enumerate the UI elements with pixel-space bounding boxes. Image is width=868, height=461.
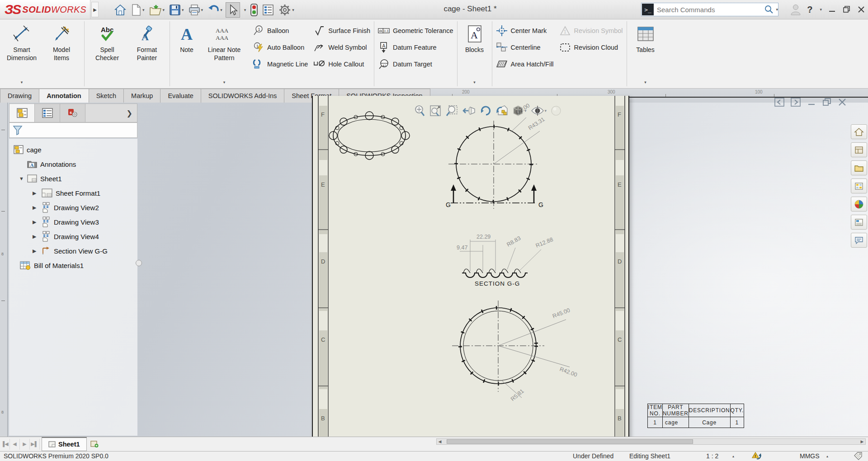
hole-callout-button[interactable]: Hole Callout bbox=[311, 56, 373, 72]
linear-note-pattern-dropdown[interactable]: ▾ bbox=[223, 80, 226, 85]
tree-filter-box[interactable] bbox=[9, 122, 137, 138]
restore-button[interactable] bbox=[843, 5, 851, 14]
tree-item-drawing-view4[interactable]: ▶ Drawing View4 bbox=[9, 229, 137, 244]
tables-button[interactable]: Tables ▾ bbox=[630, 20, 661, 87]
save-button[interactable]: ▾ bbox=[168, 2, 185, 18]
help-button[interactable]: ? bbox=[807, 5, 812, 15]
section-view-gg[interactable]: 22.29 9.47 R8.83 R12.88 SECTION G-G bbox=[457, 234, 554, 287]
weld-symbol-button[interactable]: Weld Symbol bbox=[311, 39, 373, 56]
next-window-icon[interactable] bbox=[790, 97, 801, 107]
revision-symbol-button[interactable]: 1 Revision Symbol bbox=[557, 22, 626, 39]
scrollbar-thumb[interactable] bbox=[447, 439, 693, 444]
custom-properties-button[interactable] bbox=[851, 233, 867, 248]
drawing-sheet[interactable]: F E D C B F E D C B bbox=[312, 96, 629, 443]
search-commands-box[interactable]: >_ ▾ bbox=[641, 3, 778, 16]
auto-balloon-button[interactable]: 1 Auto Balloon bbox=[250, 39, 311, 56]
home-tab-button[interactable] bbox=[851, 124, 867, 139]
open-button[interactable]: ▾ bbox=[148, 2, 166, 18]
settings-button[interactable]: ▾ bbox=[277, 2, 296, 18]
logo-flyout-button[interactable]: ▶ bbox=[91, 2, 99, 17]
rebuild-warning-icon[interactable]: ! bbox=[751, 452, 761, 461]
tab-property-manager[interactable] bbox=[35, 104, 60, 122]
add-sheet-button[interactable] bbox=[87, 438, 102, 451]
help-dropdown[interactable]: ▾ bbox=[820, 7, 822, 12]
print-dropdown[interactable]: ▾ bbox=[201, 8, 203, 12]
bom-data-row[interactable]: 1 cage Cage 1 bbox=[648, 417, 744, 428]
document-minimize-icon[interactable] bbox=[807, 97, 816, 107]
tab-annotation[interactable]: Annotation bbox=[39, 89, 89, 103]
expand-arrow-icon[interactable]: ▶ bbox=[33, 219, 36, 225]
model-items-button[interactable]: ModelItems bbox=[42, 20, 81, 87]
expand-arrow-icon[interactable]: ▶ bbox=[33, 248, 36, 254]
tree-item-cage-root[interactable]: cage bbox=[9, 142, 137, 157]
zoom-in-out-button[interactable] bbox=[414, 105, 425, 117]
open-dropdown[interactable]: ▾ bbox=[163, 8, 165, 12]
search-input[interactable] bbox=[654, 6, 764, 14]
zoom-to-fit-button[interactable] bbox=[429, 105, 441, 117]
file-explorer-button[interactable] bbox=[851, 179, 867, 193]
collapse-arrow-icon[interactable]: ▼ bbox=[19, 176, 24, 181]
datum-feature-button[interactable]: A Datum Feature bbox=[375, 39, 456, 56]
previous-sheet-button[interactable]: ◀ bbox=[10, 439, 20, 450]
tree-item-annotations[interactable]: A Annotations bbox=[9, 157, 137, 171]
previous-window-icon[interactable] bbox=[774, 97, 785, 107]
first-sheet-button[interactable]: ▐◀ bbox=[0, 439, 10, 450]
revision-cloud-button[interactable]: Revision Cloud bbox=[557, 39, 626, 56]
appearances-button[interactable] bbox=[851, 197, 867, 212]
area-hatch-fill-button[interactable]: Area Hatch/Fill bbox=[493, 56, 557, 72]
document-close-icon[interactable] bbox=[837, 97, 847, 107]
search-icon[interactable] bbox=[764, 5, 774, 14]
hide-show-dropdown[interactable]: ▾ bbox=[545, 108, 547, 113]
smart-dimension-dropdown[interactable]: ▾ bbox=[21, 80, 23, 85]
design-library-button[interactable] bbox=[851, 160, 867, 175]
minimize-button[interactable] bbox=[828, 5, 836, 14]
edit-appearance-button[interactable] bbox=[551, 105, 561, 116]
centerline-button[interactable]: Centerline bbox=[493, 39, 557, 56]
close-button[interactable] bbox=[857, 5, 865, 14]
select-dropdown[interactable]: ▾ bbox=[242, 2, 248, 18]
smart-dimension-button[interactable]: SmartDimension ▾ bbox=[2, 20, 42, 87]
display-style-dropdown[interactable]: ▾ bbox=[524, 108, 527, 113]
blocks-button[interactable]: A Blocks ▾ bbox=[460, 20, 489, 87]
surface-finish-button[interactable]: Surface Finish bbox=[311, 22, 373, 39]
document-restore-icon[interactable] bbox=[822, 97, 832, 107]
select-tool-button[interactable] bbox=[226, 2, 240, 18]
format-painter-button[interactable]: A FormatPainter bbox=[127, 20, 167, 87]
settings-dropdown[interactable]: ▾ bbox=[292, 8, 294, 12]
bill-of-materials-table[interactable]: ITEM NO. PART NUMBER DESCRIPTION QTY. 1 … bbox=[647, 404, 744, 428]
center-mark-button[interactable]: Center Mark bbox=[493, 22, 557, 39]
view-palette-button[interactable] bbox=[851, 215, 867, 230]
section-line-gg[interactable]: G G bbox=[446, 184, 543, 208]
last-sheet-button[interactable]: ▶▌ bbox=[30, 439, 40, 450]
units-setting[interactable]: MMGS bbox=[800, 452, 820, 460]
sheet-scale[interactable]: 1 : 2 bbox=[706, 452, 718, 460]
panel-expand-chevron[interactable]: ❯ bbox=[127, 109, 132, 118]
rotate-view-button[interactable] bbox=[480, 105, 491, 117]
tables-dropdown[interactable]: ▾ bbox=[644, 80, 646, 85]
sheet1-tab[interactable]: Sheet1 bbox=[42, 437, 87, 451]
undo-dropdown[interactable]: ▾ bbox=[220, 8, 222, 12]
expand-arrow-icon[interactable]: ▶ bbox=[33, 234, 36, 240]
units-dropdown[interactable]: ▴ bbox=[826, 454, 828, 458]
home-button[interactable] bbox=[113, 2, 127, 18]
expand-arrow-icon[interactable]: ▶ bbox=[33, 190, 36, 196]
user-account-icon[interactable] bbox=[791, 4, 801, 15]
tree-item-sheet1[interactable]: ▼ Sheet1 bbox=[9, 171, 137, 186]
note-button[interactable]: A Note bbox=[173, 20, 201, 87]
tab-drawing[interactable]: Drawing bbox=[0, 89, 39, 103]
scroll-left-arrow[interactable]: ◀ bbox=[437, 439, 443, 444]
scale-dropdown[interactable]: ▴ bbox=[732, 454, 734, 458]
new-document-dropdown[interactable]: ▾ bbox=[142, 8, 145, 12]
tree-item-drawing-view3[interactable]: ▶ Drawing View3 bbox=[9, 215, 137, 229]
scroll-right-arrow[interactable]: ▶ bbox=[859, 439, 865, 444]
tree-item-bill-of-materials1[interactable]: Bill of Materials1 bbox=[9, 258, 137, 273]
solidworks-resources-button[interactable] bbox=[851, 142, 867, 157]
geometric-tolerance-button[interactable]: 0.3 Geometric Tolerance bbox=[375, 22, 456, 39]
blocks-dropdown[interactable]: ▾ bbox=[473, 80, 476, 85]
tab-featuremanager-tree[interactable] bbox=[9, 104, 35, 122]
tab-markup[interactable]: Markup bbox=[123, 89, 160, 103]
search-dropdown[interactable]: ▾ bbox=[776, 7, 778, 12]
tab-inspection-manager[interactable]: s bbox=[60, 104, 85, 122]
drawing-view3-front[interactable]: Ø2.00 R43.31 G G bbox=[446, 102, 546, 209]
expand-arrow-icon[interactable]: ▶ bbox=[33, 205, 36, 211]
